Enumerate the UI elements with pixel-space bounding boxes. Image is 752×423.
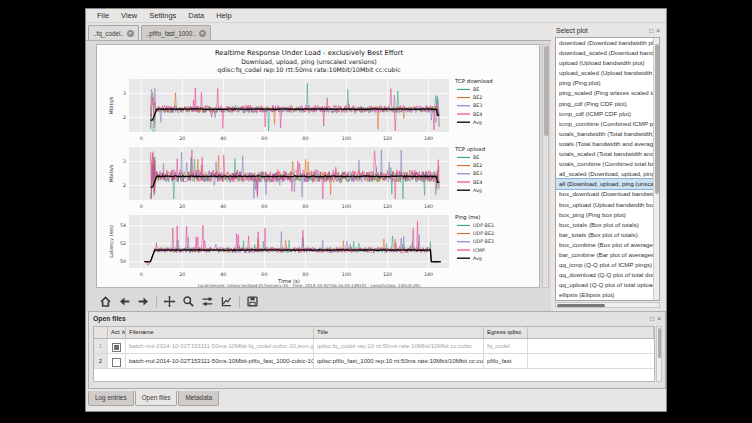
document-tab[interactable]: ..pfifo_fast_1000..× (141, 25, 211, 40)
table-row[interactable]: 2batch-rrul-2014-10-02T153111-50ms-10Mbi… (94, 354, 654, 369)
table-row[interactable]: 1batch-rrul-2014-10-02T153111-50ms-10Mbi… (94, 339, 654, 354)
svg-text:20: 20 (179, 204, 185, 209)
column-header-num[interactable] (94, 327, 108, 338)
document-tab[interactable]: ..fq_codel..× (88, 25, 139, 40)
column-header-Filename[interactable]: Filename (126, 327, 314, 338)
tab-close-icon[interactable]: × (127, 30, 134, 37)
plot-list-item[interactable]: ping_cdf (Ping CDF plot) (556, 99, 654, 109)
menu-item-view[interactable]: View (115, 9, 143, 22)
svg-text:100: 100 (342, 272, 351, 277)
active-checkbox[interactable] (112, 358, 121, 367)
plot-list-item[interactable]: totals_bandwidth (Total bandwidth) (556, 129, 654, 139)
svg-text:140: 140 (424, 136, 433, 141)
toolbar-separator (239, 296, 240, 308)
plot-list-item[interactable]: box_download (Download bandwidth b (556, 189, 654, 199)
menu-item-help[interactable]: Help (210, 9, 237, 22)
zoom-button[interactable] (179, 294, 198, 309)
plot-list-item[interactable]: ellipsis (Ellipsis plot) (556, 290, 654, 300)
tab-close-icon[interactable]: × (199, 30, 206, 37)
menu-item-settings[interactable]: Settings (143, 9, 182, 22)
svg-text:Local/remote: tohojo-testbed-0: Local/remote: tohojo-testbed-01/testserv… (198, 283, 421, 288)
open-files-title: Open files (93, 315, 647, 322)
plot-list-item[interactable]: all (Download, upload, ping (unscaled v (556, 179, 654, 189)
plot-list-item[interactable]: bar_totals (Box plot of totals) (556, 230, 654, 240)
plot-list-item[interactable]: upload (Upload bandwidth plot) (556, 58, 654, 68)
plot-list-item[interactable]: totals_combine (Combined total bandw (556, 159, 654, 169)
scrollbar-thumb[interactable] (557, 304, 605, 308)
pan-move-icon (163, 295, 176, 308)
plot-list-item[interactable]: box_ping (Ping box plot) (556, 210, 654, 220)
plot-list-item[interactable]: download (Download bandwidth plot) (556, 38, 654, 48)
plot-scrollbar[interactable] (542, 44, 549, 288)
plot-list-item[interactable]: ping_scaled (Ping w/axes scaled to remo (556, 88, 654, 98)
plot-list-item[interactable]: icmp_cdf (ICMP CDF plot) (556, 109, 654, 119)
bottom-tab-log-entries[interactable]: Log entries (88, 391, 134, 406)
svg-text:120: 120 (383, 272, 392, 277)
bottom-tab-bar: Log entriesOpen filesMetadata (88, 391, 220, 407)
menu-item-file[interactable]: File (91, 9, 115, 22)
column-header-Title[interactable]: Title (314, 327, 484, 338)
qdisc-cell: fq_codel (484, 339, 528, 353)
plot-list-item[interactable]: download_scaled (Download bandwidth (556, 48, 654, 58)
toolbar-separator (156, 296, 157, 308)
axes-chart-icon (220, 295, 233, 308)
plot-list-item[interactable]: qq_icmp (Q-Q plot of ICMP pings) (556, 260, 654, 270)
forward-button[interactable] (134, 294, 153, 309)
dock-close-icon[interactable]: × (656, 27, 660, 34)
svg-text:ICMP: ICMP (473, 248, 485, 253)
plot-list-item[interactable]: box_upload (Upload bandwidth box plo (556, 200, 654, 210)
plot-list-item[interactable]: qq_download (Q-Q plot of total downlo (556, 270, 654, 280)
open-files-scrollbar[interactable] (656, 326, 662, 382)
svg-text:3: 3 (123, 91, 126, 96)
column-header-Egress qdisc[interactable]: Egress qdisc (484, 327, 528, 338)
panel-float-icon[interactable]: □ (650, 315, 654, 322)
svg-text:BE2: BE2 (473, 163, 482, 168)
pan-button[interactable] (160, 294, 179, 309)
svg-text:60: 60 (261, 272, 267, 277)
scrollbar-thumb[interactable] (658, 328, 662, 358)
row-number: 1 (94, 339, 108, 353)
svg-text:Mbits/s: Mbits/s (108, 96, 114, 114)
subplots-button[interactable] (198, 294, 217, 309)
svg-text:Realtime Response Under Load -: Realtime Response Under Load - exclusive… (215, 49, 404, 57)
svg-text:100: 100 (342, 204, 351, 209)
plot-list-item[interactable]: box_totals (Box plot of totals) (556, 220, 654, 230)
plot-list-item[interactable]: totals (Total bandwidth and average pin (556, 139, 654, 149)
customize-button[interactable] (217, 294, 236, 309)
scrollbar-thumb[interactable] (655, 44, 659, 194)
row-number: 2 (94, 354, 108, 368)
plot-list-scrollbar[interactable] (653, 38, 659, 300)
plot-list-item[interactable]: all_scaled (Download, upload, ping (scal (556, 169, 654, 179)
svg-text:20: 20 (179, 272, 185, 277)
column-header-Act[interactable]: Act ∧ (108, 327, 126, 338)
plot-list-item[interactable]: totals_scaled (Total bandwidth and aver (556, 149, 654, 159)
plot-list-hscrollbar[interactable] (555, 302, 660, 308)
plot-list-container: download (Download bandwidth plot)downlo… (555, 37, 660, 301)
plot-list-item[interactable]: upload_scaled (Upload bandwidth w/ax (556, 68, 654, 78)
bottom-tab-metadata[interactable]: Metadata (178, 391, 219, 406)
back-button[interactable] (115, 294, 134, 309)
svg-text:UDP BE3: UDP BE3 (473, 239, 494, 244)
svg-text:0: 0 (140, 136, 143, 141)
panel-close-icon[interactable]: × (657, 315, 661, 322)
plot-list-item[interactable]: ping (Ping plot) (556, 78, 654, 88)
svg-text:Avg: Avg (473, 120, 482, 125)
active-checkbox[interactable] (112, 343, 121, 352)
home-button[interactable] (96, 294, 115, 309)
save-button[interactable] (243, 294, 262, 309)
svg-text:2: 2 (123, 183, 126, 188)
main-content: Realtime Response Under Load - exclusive… (86, 40, 551, 312)
svg-text:52: 52 (120, 241, 126, 246)
menu-item-data[interactable]: Data (182, 9, 210, 22)
plot-list-item[interactable]: icmp_combine (Combined ICMP ping pl (556, 119, 654, 129)
plot-list-item[interactable]: box_combine (Box plot of averages of s (556, 240, 654, 250)
svg-text:2: 2 (123, 115, 126, 120)
plot-list-item[interactable]: qq_upload (Q-Q plot of total upload ba (556, 280, 654, 290)
svg-text:120: 120 (383, 136, 392, 141)
svg-text:140: 140 (424, 204, 433, 209)
bottom-tab-open-files[interactable]: Open files (135, 391, 178, 406)
table-header-row: Act ∧FilenameTitleEgress qdisc (94, 327, 654, 339)
dock-float-icon[interactable]: □ (649, 27, 653, 34)
plot-list-item[interactable]: bar_combine (Bar plot of averages of se (556, 250, 654, 260)
scrollbar-thumb[interactable] (544, 46, 549, 136)
